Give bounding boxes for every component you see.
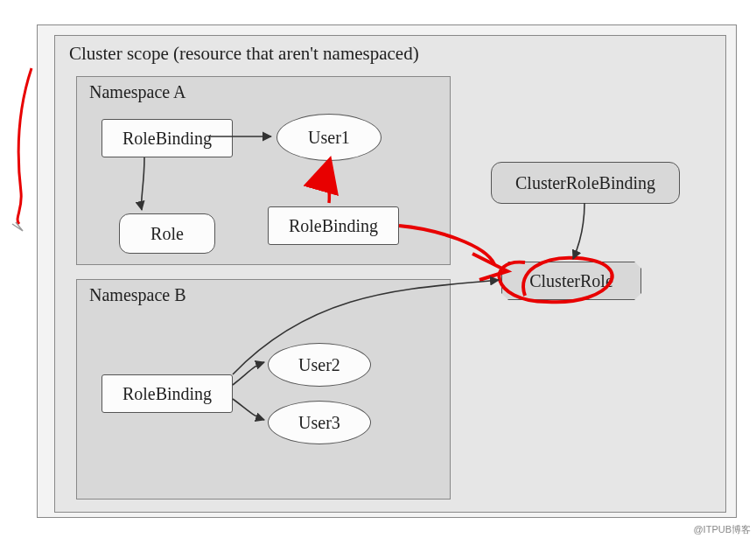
clusterrolebinding-node: ClusterRoleBinding (491, 162, 680, 204)
rolebinding-a2-node: RoleBinding (268, 206, 399, 245)
rolebinding-b-node: RoleBinding (102, 374, 233, 413)
cluster-scope-title: Cluster scope (resource that aren't name… (69, 43, 419, 65)
namespace-b-title: Namespace B (89, 285, 186, 305)
namespace-a-box: Namespace A RoleBinding User1 Role RoleB… (76, 76, 451, 265)
user1-node: User1 (276, 114, 382, 161)
watermark: @ITPUB博客 (693, 523, 751, 536)
user2-node: User2 (268, 343, 371, 387)
role-node: Role (119, 213, 215, 254)
namespace-a-title: Namespace A (89, 82, 186, 102)
user3-node: User3 (268, 401, 371, 444)
namespace-b-box: Namespace B RoleBinding User2 User3 (76, 279, 451, 500)
clusterrole-node: ClusterRole (501, 262, 641, 300)
cluster-scope-box: Cluster scope (resource that aren't name… (54, 35, 726, 513)
annotation-cursor-mark (12, 222, 23, 231)
rolebinding-a1-node: RoleBinding (102, 119, 233, 157)
annotation-left-margin-scribble (18, 68, 32, 224)
